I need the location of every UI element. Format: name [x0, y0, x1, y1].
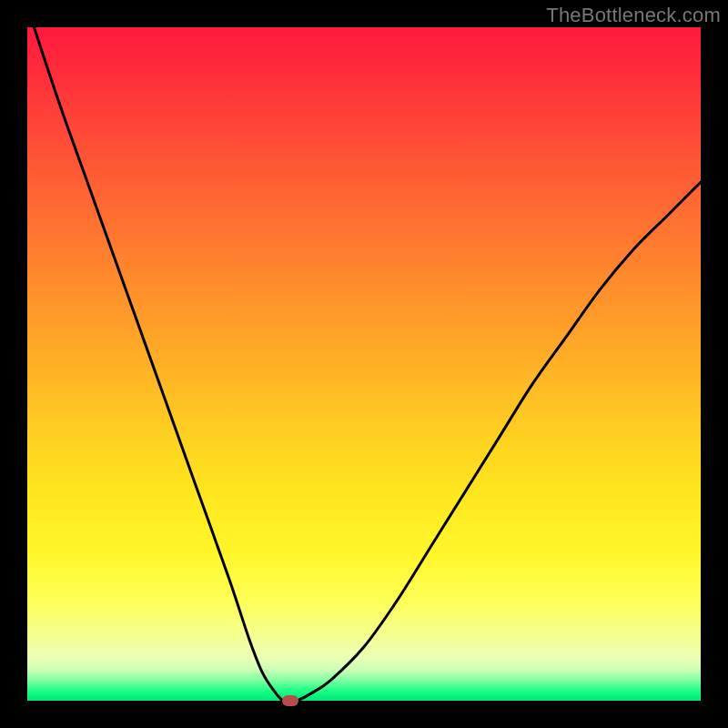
watermark-text: TheBottleneck.com: [546, 4, 721, 27]
plot-area: [27, 27, 701, 701]
bottleneck-curve: [27, 27, 701, 701]
optimal-point-marker: [282, 695, 298, 706]
chart-frame: TheBottleneck.com: [0, 0, 728, 728]
